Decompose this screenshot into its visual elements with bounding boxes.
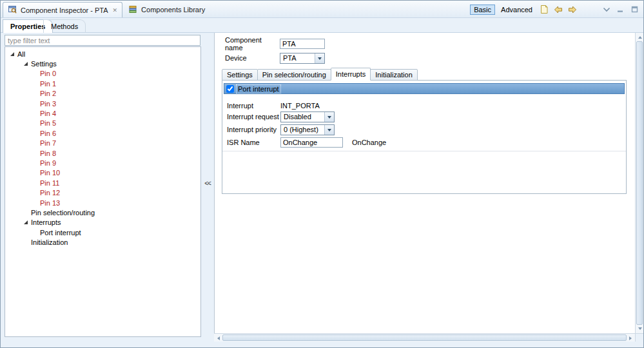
tree-item-label: Settings xyxy=(31,60,57,68)
tree-item-pin-12[interactable]: Pin 12 xyxy=(5,188,200,197)
inspector-tab-bar: Settings Pin selection/routing Interrupt… xyxy=(222,68,417,81)
collapse-button[interactable]: << xyxy=(202,179,213,188)
port-interrupt-checkbox[interactable] xyxy=(226,85,234,93)
tree-item-pin-10[interactable]: Pin 10 xyxy=(5,168,200,178)
vertical-scrollbar[interactable] xyxy=(635,33,643,333)
tab-methods[interactable]: Methods xyxy=(43,19,86,33)
tab-component-inspector[interactable]: Component Inspector - PTA ✕ xyxy=(3,2,122,17)
tab-initialization[interactable]: Initialization xyxy=(370,69,417,81)
component-inspector-icon xyxy=(8,5,17,15)
interrupt-priority-value: 0 (Highest) xyxy=(281,126,324,133)
tab-components-library[interactable]: Components Library xyxy=(124,2,210,17)
device-value: PTA xyxy=(280,54,315,62)
chevron-down-icon xyxy=(315,53,324,63)
isr-name-label: ISR Name xyxy=(227,139,280,146)
tree-item-label: Pin 5 xyxy=(40,119,56,127)
tree-item-settings[interactable]: Settings xyxy=(5,59,200,68)
tree-item-label: Pin 11 xyxy=(40,179,59,187)
tree-item-all[interactable]: All xyxy=(5,49,200,59)
splitter[interactable]: << xyxy=(202,33,213,333)
tree-item-label: Pin 3 xyxy=(40,100,56,108)
tree-item-pin-6[interactable]: Pin 6 xyxy=(5,128,200,138)
toolbar-right: Basic Advanced xyxy=(470,1,640,18)
scroll-up-icon[interactable] xyxy=(636,33,644,41)
tree-item-label: Pin 7 xyxy=(40,139,56,147)
interrupt-priority-select[interactable]: 0 (Highest) xyxy=(280,124,335,135)
app-window: Component Inspector - PTA ✕ Components L… xyxy=(0,0,644,348)
horizontal-scrollbar[interactable] xyxy=(214,333,635,342)
tree-item-label: Port interrupt xyxy=(40,229,81,237)
tree-item-pin-7[interactable]: Pin 7 xyxy=(5,139,200,148)
tree-item-label: All xyxy=(17,50,25,58)
editor-tab-bar: Component Inspector - PTA ✕ Components L… xyxy=(1,1,643,18)
tree-item-label: Pin 2 xyxy=(40,90,56,97)
tree-item-label: Initialization xyxy=(31,238,68,246)
scroll-down-icon[interactable] xyxy=(636,325,644,333)
tree-item-label: Pin 4 xyxy=(40,110,56,117)
tab-label: Components Library xyxy=(141,6,205,14)
tree-item-pin-11[interactable]: Pin 11 xyxy=(5,178,200,188)
tree-item-pin-1[interactable]: Pin 1 xyxy=(5,79,200,88)
tree-item-pin-2[interactable]: Pin 2 xyxy=(5,89,200,99)
port-interrupt-row[interactable]: Port interrupt xyxy=(224,83,625,94)
advanced-button[interactable]: Advanced xyxy=(498,5,535,14)
tree-item-pin-13[interactable]: Pin 13 xyxy=(5,198,200,208)
expand-arrow-icon[interactable] xyxy=(10,52,17,56)
tree-item-pin-8[interactable]: Pin 8 xyxy=(5,148,200,158)
tab-label: Component Inspector - PTA xyxy=(21,6,108,14)
filter-input[interactable] xyxy=(5,35,200,46)
tree-item-label: Pin selection/routing xyxy=(31,209,95,217)
horizontal-scrollbar-thumb[interactable] xyxy=(222,334,627,341)
interrupts-page: Port interrupt Interrupt INT_PORTA Inter… xyxy=(222,80,627,194)
tree-item-port-interrupt[interactable]: Port interrupt xyxy=(5,227,200,237)
interrupt-label: Interrupt xyxy=(227,102,280,110)
forward-arrow-icon[interactable] xyxy=(567,4,578,15)
tab-interrupts[interactable]: Interrupts xyxy=(331,68,371,81)
expand-arrow-icon[interactable] xyxy=(24,62,31,66)
back-arrow-icon[interactable] xyxy=(552,4,563,15)
interrupt-priority-label: Interrupt priority xyxy=(227,126,280,133)
basic-button[interactable]: Basic xyxy=(470,5,495,15)
component-name-label: Component name xyxy=(225,36,280,52)
device-label: Device xyxy=(225,54,280,62)
component-name-field[interactable] xyxy=(280,39,325,49)
expand-arrow-icon[interactable] xyxy=(24,220,31,224)
tree-item-pin-selection-routing[interactable]: Pin selection/routing xyxy=(5,208,200,217)
interrupt-request-value: Disabled xyxy=(281,113,324,121)
tree-item-pin-9[interactable]: Pin 9 xyxy=(5,158,200,168)
scroll-right-icon[interactable] xyxy=(627,334,635,342)
tab-settings[interactable]: Settings xyxy=(222,69,258,81)
tab-pin-selection-routing[interactable]: Pin selection/routing xyxy=(257,69,331,81)
port-interrupt-label: Port interrupt xyxy=(237,85,280,93)
interrupt-request-select[interactable]: Disabled xyxy=(280,111,335,122)
maximize-icon[interactable] xyxy=(629,4,640,15)
tree-item-label: Pin 12 xyxy=(40,189,60,197)
chevron-down-icon xyxy=(324,112,334,122)
tree-item-initialization[interactable]: Initialization xyxy=(5,237,200,247)
isr-name-field[interactable] xyxy=(280,137,343,148)
close-icon[interactable]: ✕ xyxy=(113,7,118,14)
tree-item-pin-0[interactable]: Pin 0 xyxy=(5,69,200,79)
section-divider xyxy=(222,151,626,151)
tree-item-pin-4[interactable]: Pin 4 xyxy=(5,108,200,118)
vertical-scrollbar-thumb[interactable] xyxy=(636,41,643,325)
isr-name-note: OnChange xyxy=(352,139,386,146)
tree-item-label: Pin 0 xyxy=(40,70,56,77)
interrupt-request-label: Interrupt request xyxy=(227,113,280,121)
tree-item-label: Pin 8 xyxy=(40,150,56,157)
chevron-down-icon xyxy=(324,125,334,135)
properties-tree: All Settings Pin 0 Pin 1 Pin 2 Pin 3 Pin… xyxy=(5,46,201,337)
minimize-icon[interactable] xyxy=(615,4,626,15)
view-menu-icon[interactable] xyxy=(601,4,612,15)
scrollbar-corner xyxy=(635,333,643,342)
tree-item-label: Pin 6 xyxy=(40,130,56,137)
new-note-icon[interactable] xyxy=(538,4,549,15)
tree-item-label: Pin 1 xyxy=(40,80,56,88)
tree-item-pin-3[interactable]: Pin 3 xyxy=(5,99,200,108)
tree-item-pin-5[interactable]: Pin 5 xyxy=(5,119,200,128)
scroll-left-icon[interactable] xyxy=(214,334,222,342)
device-select[interactable]: PTA xyxy=(280,53,325,64)
tree-item-interrupts[interactable]: Interrupts xyxy=(5,218,200,227)
tree-item-label: Pin 13 xyxy=(40,199,60,207)
tree-item-label: Pin 9 xyxy=(40,159,56,167)
